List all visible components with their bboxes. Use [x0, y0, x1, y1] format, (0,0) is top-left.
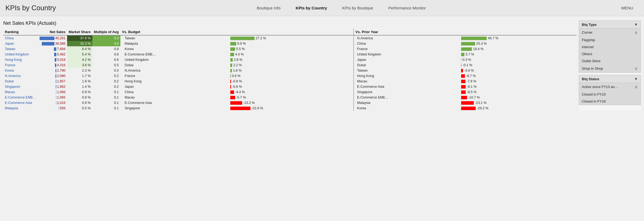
multiple-avg-cell: 0.1 [92, 95, 120, 100]
btq-status-closed-fy15[interactable]: Closed in FY15 [579, 91, 640, 98]
menu-button[interactable]: MENU [616, 0, 639, 16]
market-share-cell: 1.7 % [67, 73, 92, 79]
vs-budget-value: 2.2 % [233, 63, 242, 67]
btq-type-list: Corner ∧ Flagship Internet Others Outlet… [579, 29, 640, 72]
btq-type-corner[interactable]: Corner ∧ [579, 29, 640, 37]
net-sales-cell: 1,016 [38, 100, 67, 106]
market-share-cell: 37.9 % [67, 35, 92, 41]
vs-budget-country-cell: Korea [120, 46, 229, 52]
ranking-cell: Korea [3, 68, 38, 73]
country-link[interactable]: United Kingdom [5, 52, 29, 56]
btq-type-others[interactable]: Others [579, 51, 640, 58]
vs-budget-bar-cell: -4.4 % [229, 89, 354, 95]
btq-type-shopinshop[interactable]: Shop In Shop ∨ [579, 65, 640, 72]
vs-prior-value: -26.2 % [477, 106, 488, 110]
vs-budget-country-cell: Taiwan [120, 35, 229, 41]
status-scroll-up-icon: ∧ [635, 84, 638, 89]
vs-prior-country: United Kingdom [357, 52, 381, 56]
ranking-cell: China [3, 35, 38, 41]
vs-prior-value: 5.7 % [465, 52, 474, 56]
nav-performance-monitor[interactable]: Performance Monitor [381, 0, 433, 16]
btq-status-closed-fy16[interactable]: Closed in FY16 [579, 98, 640, 105]
vs-budget-country-cell: France [120, 73, 229, 79]
vs-prior-country: E-Commerce EME… [357, 96, 389, 99]
btq-type-internet[interactable]: Internet [579, 44, 640, 51]
multiple-value: 0.2 [114, 74, 119, 78]
net-sales-cell: 6,482 [38, 52, 67, 57]
market-share-value: 4.2 % [82, 58, 91, 62]
main-content: Net Sales KPIs (Actuals) Ranking Net Sal… [0, 16, 644, 111]
btq-status-header: Btq Status ▼ [579, 75, 640, 83]
vs-prior-country-cell: Japan [354, 57, 459, 62]
vs-prior-country: Korea [357, 106, 366, 110]
market-share-cell: 1.4 % [67, 84, 92, 89]
vs-prior-bar-cell: 25.3 % [459, 41, 577, 46]
market-share-value: 3.6 % [82, 63, 91, 67]
country-link[interactable]: France [5, 63, 15, 67]
vs-budget-country-cell: N.America [120, 68, 229, 73]
vs-budget-country-cell: Singapore [120, 106, 229, 111]
vs-budget-bar-cell: -13.2 % [229, 100, 354, 106]
net-sales-value: 1,016 [57, 101, 65, 105]
vs-prior-country-cell: Malaysia [354, 100, 459, 106]
country-link[interactable]: Malaysia [5, 106, 18, 110]
vs-budget-bar-cell: 2.8 % [229, 57, 354, 62]
sidebar: Btq Type ▼ Corner ∧ Flagship Internet Ot… [579, 20, 641, 111]
btq-status-active[interactable]: Active since FY13 an… ∧ [579, 83, 640, 91]
btq-type-outlet[interactable]: Outlet Store [579, 58, 640, 65]
nav-kpis-country[interactable]: KPIs by Country [288, 0, 335, 16]
nav-kpis-boutique[interactable]: KPIs by Boutique [335, 0, 381, 16]
net-sales-value: 4,316 [57, 63, 65, 67]
scroll-down-icon: ∨ [635, 66, 638, 71]
nav-items: Boutique Info KPIs by Country KPIs by Bo… [67, 0, 616, 16]
market-share-cell: 0.9 % [67, 95, 92, 100]
vs-budget-value: 27.2 % [256, 36, 266, 40]
vs-budget-value: -0.8 % [232, 79, 242, 83]
country-link[interactable]: Dubai [5, 79, 14, 83]
vs-prior-country: Malaysia [357, 101, 370, 105]
vs-prior-country-cell: Macau [354, 79, 459, 84]
multiple-avg-cell: 0.9 [92, 46, 120, 52]
vs-prior-bar-cell: -23.1 % [459, 100, 577, 106]
country-link[interactable]: E-Commerce Asia [5, 101, 32, 105]
vs-budget-country-cell: E-Commerce EME… [120, 52, 229, 57]
vs-prior-country-cell: United Kingdom [354, 52, 459, 57]
vs-prior-country: China [357, 42, 366, 45]
multiple-value: 0.9 [114, 47, 119, 51]
vs-budget-value: -5.7 % [236, 96, 246, 99]
country-link[interactable]: N.America [5, 74, 20, 78]
vs-budget-country: Macau [125, 96, 135, 99]
country-link[interactable]: Singapore [5, 85, 20, 89]
country-link[interactable]: Korea [5, 69, 14, 72]
multiple-value: 0.3 [114, 69, 119, 72]
vs-budget-country: Dubai [125, 63, 134, 67]
vs-prior-country: Dubai [357, 63, 366, 67]
th-ranking: Ranking [3, 29, 38, 35]
vs-budget-value: 2.8 % [234, 58, 242, 62]
ranking-cell: N.America [3, 73, 38, 79]
vs-budget-country: Hong Kong [125, 79, 142, 83]
vs-budget-country: United Kingdom [125, 58, 149, 62]
btq-type-flagship[interactable]: Flagship [579, 37, 640, 44]
btq-type-shopinshop-label: Shop In Shop [582, 66, 603, 71]
country-link[interactable]: Japan [5, 42, 14, 45]
vs-budget-bar-cell: 27.2 % [229, 35, 354, 41]
vs-budget-country-cell: Japan [120, 84, 229, 89]
vs-budget-country: Taiwan [125, 36, 135, 40]
vs-prior-country: Taiwan [357, 69, 368, 72]
country-link[interactable]: China [5, 36, 14, 40]
vs-prior-value: -0.1 % [462, 63, 472, 67]
btq-status-label: Btq Status [582, 77, 599, 81]
nav-boutique-info[interactable]: Boutique Info [249, 0, 288, 16]
country-link[interactable]: Macau [5, 90, 15, 94]
country-link[interactable]: E-Commerce EME… [5, 96, 36, 99]
multiple-avg-cell: 0.2 [92, 79, 120, 84]
btq-status-filter-icon[interactable]: ▼ [634, 77, 638, 81]
country-link[interactable]: Hong Kong [5, 58, 22, 62]
vs-budget-country: N.America [125, 69, 140, 72]
multiple-avg-cell: 0.5 [92, 62, 120, 68]
net-sales-value: 2,790 [57, 69, 65, 72]
filter-icon[interactable]: ▼ [634, 22, 638, 27]
multiple-value: 0.1 [114, 106, 119, 110]
country-link[interactable]: Taiwan [5, 47, 15, 51]
